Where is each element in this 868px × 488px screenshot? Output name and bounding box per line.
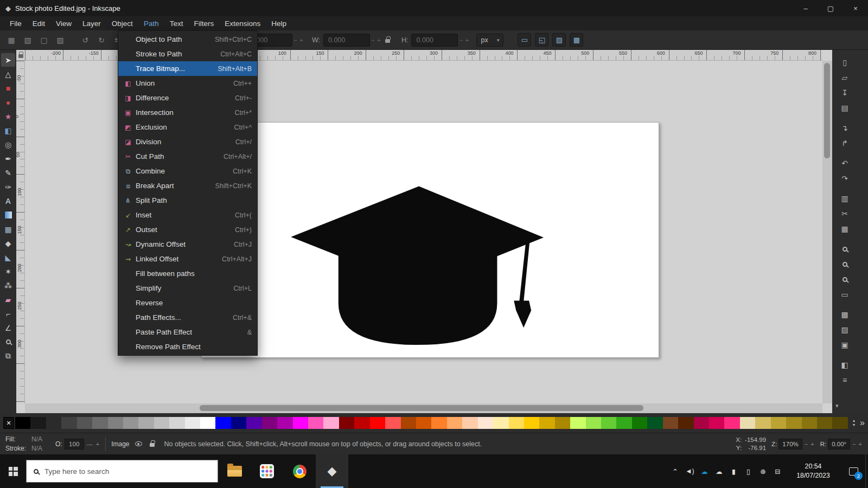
align-dialog-button[interactable]: ≡: [837, 373, 852, 387]
palette-swatch[interactable]: [601, 417, 616, 429]
fill-stroke-dialog-button[interactable]: ◧: [837, 358, 852, 372]
connector-tool[interactable]: ⌐: [1, 307, 15, 320]
palette-swatch[interactable]: [262, 417, 277, 429]
menubar-item-file[interactable]: File: [4, 18, 27, 29]
palette-swatch[interactable]: [246, 417, 261, 429]
toolbar-w-decrement[interactable]: −: [370, 37, 376, 43]
palette-scroll-down-icon[interactable]: ▾: [853, 423, 855, 427]
path-menu-item-simplify[interactable]: SimplifyCtrl+L: [118, 281, 257, 296]
paint-bucket-tool[interactable]: ◣: [1, 251, 15, 264]
toolbar-select-all-layers-button[interactable]: ▧: [21, 33, 35, 47]
palette-swatch[interactable]: [802, 417, 817, 429]
dropper-tool[interactable]: ◆: [1, 236, 15, 250]
fill-stroke-indicator[interactable]: Fill: N/A Stroke: N/A: [5, 435, 42, 452]
palette-swatch[interactable]: [92, 417, 107, 429]
calligraphy-tool[interactable]: ✑: [1, 180, 15, 194]
zoom-selection-button[interactable]: [837, 242, 852, 256]
toolbar-w-increment[interactable]: +: [376, 37, 382, 43]
unit-dropdown[interactable]: px ▾: [476, 34, 503, 47]
palette-swatch[interactable]: [524, 417, 539, 429]
taskbar-app-file-explorer[interactable]: [218, 454, 251, 488]
palette-swatch[interactable]: [786, 417, 801, 429]
palette-swatch[interactable]: [493, 417, 508, 429]
rectangle-tool[interactable]: ■: [1, 81, 15, 95]
zoom-page-width-button[interactable]: ▭: [837, 287, 852, 301]
cloud-icon[interactable]: ☁: [712, 460, 726, 483]
palette-swatch[interactable]: [385, 417, 400, 429]
export-image-button[interactable]: ↱: [837, 136, 852, 150]
onedrive-icon[interactable]: ☁: [697, 460, 712, 483]
rotation-increment[interactable]: +: [858, 441, 863, 447]
path-menu-item-division[interactable]: ◪DivisionCtrl+/: [118, 134, 257, 149]
save-document-button[interactable]: ↧: [837, 86, 852, 100]
new-document-button[interactable]: ▯: [837, 55, 852, 69]
palette-swatch[interactable]: [447, 417, 462, 429]
toolbar-w-input[interactable]: 0.000: [323, 34, 370, 47]
palette-swatch[interactable]: [832, 417, 847, 429]
taskbar-clock[interactable]: 20:54 18/07/2023: [789, 462, 837, 480]
layer-lock-toggle[interactable]: [148, 441, 157, 447]
horizontal-scrollbar[interactable]: [25, 403, 822, 413]
spray-tool[interactable]: ⁂: [1, 279, 15, 292]
horizontal-scrollbar-thumb[interactable]: [200, 405, 643, 411]
palette-swatch[interactable]: [77, 417, 92, 429]
show-desktop-strip[interactable]: [865, 454, 868, 488]
path-menu-item-stroke-to-path[interactable]: Stroke to PathCtrl+Alt+C: [118, 47, 257, 61]
path-menu-item-object-to-path[interactable]: Object to PathShift+Ctrl+C: [118, 32, 257, 47]
path-menu-item-exclusion[interactable]: ◩ExclusionCtrl+^: [118, 120, 257, 134]
taskbar-search[interactable]: [26, 460, 218, 483]
volume-icon[interactable]: ◄): [682, 460, 697, 483]
toolbar-rotate-ccw-button[interactable]: ↺: [78, 33, 92, 47]
palette-swatch[interactable]: [200, 417, 215, 429]
vertical-ruler[interactable]: -50050100150200250300: [16, 61, 25, 403]
node-tool[interactable]: △: [1, 67, 15, 81]
zoom-increment[interactable]: +: [810, 441, 814, 447]
palette-swatch[interactable]: [478, 417, 493, 429]
measure-tool[interactable]: ∠: [1, 321, 15, 335]
toolbar-y-decrement[interactable]: −: [292, 37, 298, 43]
palette-swatch[interactable]: [755, 417, 770, 429]
zoom-page-button[interactable]: [837, 272, 852, 286]
hidden-icons-icon[interactable]: ⌃: [668, 460, 682, 483]
document-page[interactable]: [201, 122, 659, 358]
palette-swatch[interactable]: [231, 417, 246, 429]
toolbar-h-input[interactable]: 0.000: [411, 34, 458, 47]
scale-corners-toggle[interactable]: ◱: [535, 33, 548, 47]
palette-swatch[interactable]: [724, 417, 739, 429]
palette-swatch[interactable]: [431, 417, 446, 429]
path-menu-item-linked-offset[interactable]: ⇝Linked OffsetCtrl+Alt+J: [118, 252, 257, 266]
copy-button[interactable]: ▥: [837, 191, 852, 206]
palette-swatch[interactable]: [401, 417, 416, 429]
scale-stroke-toggle[interactable]: ▭: [518, 33, 531, 47]
taskbar-app-inkscape[interactable]: ◆: [316, 454, 348, 488]
path-menu-item-fill-between-paths[interactable]: Fill between paths: [118, 266, 257, 281]
palette-swatch[interactable]: [354, 417, 369, 429]
taskbar-app-grid[interactable]: [251, 454, 283, 488]
eraser-tool[interactable]: ▰: [1, 293, 15, 306]
menubar-item-layer[interactable]: Layer: [77, 18, 106, 29]
palette-swatch[interactable]: [462, 417, 477, 429]
palette-swatch[interactable]: [663, 417, 678, 429]
toolbar-invert-selection-button[interactable]: ▨: [53, 33, 67, 47]
palette-swatch[interactable]: [154, 417, 169, 429]
path-menu-item-reverse[interactable]: Reverse: [118, 296, 257, 310]
rotation-input[interactable]: 0.00°: [828, 439, 850, 450]
palette-swatch[interactable]: [370, 417, 385, 429]
zoom-drawing-button[interactable]: [837, 257, 852, 271]
redo-button[interactable]: ↷: [837, 171, 852, 185]
opacity-increment[interactable]: +: [95, 441, 100, 447]
tweak-tool[interactable]: ✶: [1, 265, 15, 278]
path-menu-item-difference[interactable]: ◨DifferenceCtrl+-: [118, 91, 257, 105]
move-gradients-toggle[interactable]: ▨: [552, 33, 566, 47]
palette-swatch[interactable]: [740, 417, 755, 429]
palette-swatch[interactable]: [30, 417, 46, 429]
palette-swatch[interactable]: [169, 417, 184, 429]
vertical-scrollbar[interactable]: [822, 61, 832, 403]
menubar-item-edit[interactable]: Edit: [27, 18, 50, 29]
toolbar-rotate-cw-button[interactable]: ↻: [94, 33, 108, 47]
menubar-item-view[interactable]: View: [50, 18, 77, 29]
mesh-tool[interactable]: ▦: [1, 222, 15, 236]
palette-swatch[interactable]: [277, 417, 292, 429]
path-menu-item-union[interactable]: ◧UnionCtrl++: [118, 76, 257, 91]
group-objects-button[interactable]: ▣: [837, 338, 852, 352]
